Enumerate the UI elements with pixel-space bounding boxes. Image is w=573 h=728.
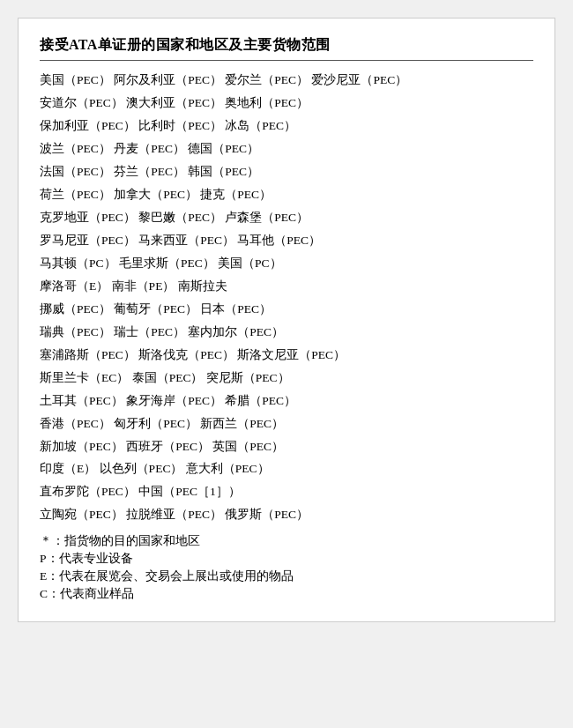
legend-section: ＊：指货物的目的国家和地区P：代表专业设备E：代表在展览会、交易会上展出或使用的… bbox=[40, 533, 533, 602]
country-row: 美国（PEC） 阿尔及利亚（PEC） 爱尔兰（PEC） 爱沙尼亚（PEC） bbox=[40, 70, 533, 92]
country-row: 香港（PEC） 匈牙利（PEC） 新西兰（PEC） bbox=[40, 413, 533, 435]
country-list: 美国（PEC） 阿尔及利亚（PEC） 爱尔兰（PEC） 爱沙尼亚（PEC）安道尔… bbox=[40, 70, 533, 526]
country-row: 瑞典（PEC） 瑞士（PEC） 塞内加尔（PEC） bbox=[40, 322, 533, 344]
country-row: 直布罗陀（PEC） 中国（PEC［1］） bbox=[40, 481, 533, 503]
card-title: 接受ATA单证册的国家和地区及主要货物范围 bbox=[40, 36, 533, 55]
country-row: 立陶宛（PEC） 拉脱维亚（PEC） 俄罗斯（PEC） bbox=[40, 504, 533, 526]
country-row: 摩洛哥（E） 南非（PE） 南斯拉夫 bbox=[40, 276, 533, 298]
country-row: 荷兰（PEC） 加拿大（PEC） 捷克（PEC） bbox=[40, 184, 533, 206]
country-row: 克罗地亚（PEC） 黎巴嫩（PEC） 卢森堡（PEC） bbox=[40, 207, 533, 229]
country-row: 斯里兰卡（EC） 泰国（PEC） 突尼斯（PEC） bbox=[40, 368, 533, 390]
country-row: 保加利亚（PEC） 比利时（PEC） 冰岛（PEC） bbox=[40, 115, 533, 137]
divider bbox=[40, 60, 533, 61]
legend-item: C：代表商业样品 bbox=[40, 586, 533, 602]
country-row: 罗马尼亚（PEC） 马来西亚（PEC） 马耳他（PEC） bbox=[40, 230, 533, 252]
main-card: 接受ATA单证册的国家和地区及主要货物范围 美国（PEC） 阿尔及利亚（PEC）… bbox=[18, 18, 555, 622]
legend-item: E：代表在展览会、交易会上展出或使用的物品 bbox=[40, 568, 533, 584]
legend-item: ＊：指货物的目的国家和地区 bbox=[40, 533, 533, 549]
country-row: 印度（E） 以色列（PEC） 意大利（PEC） bbox=[40, 458, 533, 480]
country-row: 土耳其（PEC） 象牙海岸（PEC） 希腊（PEC） bbox=[40, 390, 533, 412]
legend-item: P：代表专业设备 bbox=[40, 551, 533, 567]
country-row: 挪威（PEC） 葡萄牙（PEC） 日本（PEC） bbox=[40, 299, 533, 321]
country-row: 安道尔（PEC） 澳大利亚（PEC） 奥地利（PEC） bbox=[40, 93, 533, 115]
country-row: 马其顿（PC） 毛里求斯（PEC） 美国（PC） bbox=[40, 253, 533, 275]
country-row: 法国（PEC） 芬兰（PEC） 韩国（PEC） bbox=[40, 161, 533, 183]
country-row: 塞浦路斯（PEC） 斯洛伐克（PEC） 斯洛文尼亚（PEC） bbox=[40, 345, 533, 367]
country-row: 波兰（PEC） 丹麦（PEC） 德国（PEC） bbox=[40, 138, 533, 160]
country-row: 新加坡（PEC） 西班牙（PEC） 英国（PEC） bbox=[40, 436, 533, 458]
